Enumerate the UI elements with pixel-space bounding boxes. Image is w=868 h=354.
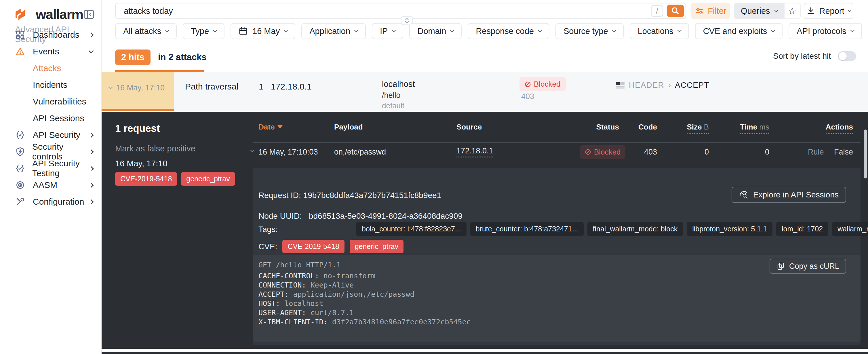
filter-chip-application[interactable]: Application <box>301 23 366 39</box>
filter-chip-api-protocols[interactable]: API protocols <box>788 23 862 39</box>
cell-date: 16 May, 17:10:03 <box>258 148 334 157</box>
code-braces-icon <box>15 163 25 173</box>
queries-group: Queries ☆ <box>734 3 801 19</box>
search-input[interactable] <box>116 6 651 16</box>
chip-label: Response code <box>476 27 534 36</box>
filter-chips-row: All attacks Type 16 May Application IP D… <box>115 23 868 39</box>
toggle-knob <box>839 52 847 60</box>
cell-payload: on,/etc/passwd <box>334 148 457 157</box>
main-content: / Filter Queries ☆ <box>102 0 868 354</box>
sidebar: wallarm Advanced API Security Dashboards <box>0 0 102 354</box>
http-header-line: HOST: localhost <box>258 299 471 308</box>
chip-label: Type <box>191 27 209 36</box>
filter-chip-all-attacks[interactable]: All attacks <box>115 23 177 39</box>
sidebar-item-dashboards[interactable]: Dashboards <box>0 27 101 43</box>
chip-label: Source type <box>563 27 608 36</box>
chip-label: API protocols <box>797 27 846 36</box>
dashboards-grid-icon <box>15 30 26 40</box>
rule-action-link[interactable]: Rule <box>808 148 824 156</box>
sidebar-item-api-security-testing[interactable]: API Security Testing <box>0 160 101 177</box>
chevron-down-icon <box>847 8 851 12</box>
attack-row[interactable]: 16 May, 17:10 Path traversal 1 172.18.0.… <box>102 72 868 111</box>
chevron-down-icon <box>774 8 778 12</box>
chip-label: Domain <box>417 27 446 36</box>
filter-chip-locations[interactable]: Locations <box>630 23 689 39</box>
search-icon <box>671 6 680 16</box>
chip-label: Locations <box>638 27 674 36</box>
request-group-date: 16 May, 17:10 <box>115 159 167 168</box>
column-date[interactable]: Date <box>258 123 334 131</box>
sort-toggle[interactable] <box>838 51 856 61</box>
sidebar-item-attacks[interactable]: Attacks <box>0 60 101 76</box>
column-actions[interactable]: Actions <box>769 123 853 131</box>
chevron-right-icon <box>88 183 94 188</box>
filter-chip-ip[interactable]: IP <box>372 23 403 39</box>
column-time[interactable]: Time ms <box>709 123 769 131</box>
http-header-line: CACHE-CONTROL: no-transform <box>258 271 471 281</box>
system-tags-row: bola_counter: i:478:f82823e7... brute_co… <box>356 222 868 236</box>
cell-time: 0 <box>709 148 769 157</box>
results-header: 2 hits in 2 attacks <box>115 50 207 65</box>
blocked-icon <box>525 81 531 88</box>
request-id-label: Request ID: <box>258 191 301 200</box>
system-tag: libproton_version: 5.1.1 <box>687 222 772 236</box>
sidebar-item-api-sessions[interactable]: API Sessions <box>0 110 101 127</box>
sidebar-item-incidents[interactable]: Incidents <box>0 76 101 93</box>
queries-dropdown-label: Queries <box>741 6 770 16</box>
cell-size: 0 <box>657 148 709 157</box>
chevron-down-icon <box>88 48 94 53</box>
sidebar-item-events[interactable]: Events <box>0 43 101 60</box>
queries-dropdown[interactable]: Queries <box>734 3 784 19</box>
sidebar-collapse-icon[interactable] <box>83 9 95 20</box>
sidebar-item-vulnerabilities[interactable]: Vulnerabilities <box>0 93 101 110</box>
search-button[interactable] <box>667 5 684 17</box>
filter-chip-date[interactable]: 16 May <box>230 23 295 39</box>
filter-icon <box>695 6 704 15</box>
hits-count-badge: 2 hits <box>115 50 151 65</box>
explore-api-sessions-button[interactable]: Explore in API Sessions <box>732 187 846 203</box>
attack-date-cell[interactable]: 16 May, 17:10 <box>102 72 174 111</box>
attack-tag-badge: generic_ptrav <box>350 240 403 253</box>
status-badge: Blocked <box>580 146 625 159</box>
copy-as-curl-button[interactable]: Copy as cURL <box>770 259 846 274</box>
attack-tag-badges: CVE-2019-5418 generic_ptrav <box>115 172 235 186</box>
system-tag: final_wallarm_mode: block <box>587 222 683 236</box>
attack-tag-badge: generic_ptrav <box>181 172 235 186</box>
report-button[interactable]: Report <box>804 3 853 19</box>
filter-chip-cve-exploits[interactable]: CVE and exploits <box>695 23 782 39</box>
logo-row: wallarm <box>0 0 101 22</box>
status-badge: Blocked <box>520 77 566 91</box>
filter-chip-type[interactable]: Type <box>183 23 224 39</box>
source-ip-link[interactable]: 172.18.0.1 <box>457 147 493 157</box>
active-row-indicator <box>102 109 174 111</box>
chevron-right-icon <box>88 32 94 37</box>
http-header-line: ACCEPT: application/json,/etc/passwd <box>258 290 471 299</box>
sidebar-item-configuration[interactable]: Configuration <box>0 193 101 210</box>
cell-actions: Rule False <box>769 148 853 157</box>
mark-false-positive-link[interactable]: Mark as false positive <box>115 144 195 153</box>
filter-button[interactable]: Filter <box>691 3 730 19</box>
sidebar-item-label: API Security Testing <box>32 159 90 178</box>
requests-count-title: 1 request <box>115 123 160 134</box>
match-location-group: HEADER <box>629 81 664 90</box>
report-button-label: Report <box>819 6 844 16</box>
filter-chip-domain[interactable]: Domain <box>409 23 462 39</box>
sidebar-item-aasm[interactable]: AASM <box>0 177 101 193</box>
row-expand-chevron-icon[interactable] <box>250 148 254 152</box>
blocked-icon <box>585 149 591 155</box>
tags-label: Tags: <box>258 225 278 234</box>
sidebar-item-label: Events <box>33 46 59 56</box>
request-table-row[interactable]: 16 May, 17:10:03 on,/etc/passwd 172.18.0… <box>253 140 861 163</box>
sidebar-item-label: Incidents <box>33 80 67 90</box>
false-action-link[interactable]: False <box>834 148 853 156</box>
sort-desc-icon <box>277 125 283 129</box>
filter-chip-source-type[interactable]: Source type <box>555 23 624 39</box>
chip-label: CVE and exploits <box>703 27 767 36</box>
sidebar-item-security-controls[interactable]: Security controls <box>0 143 101 160</box>
sidebar-item-api-security[interactable]: API Security <box>0 127 101 143</box>
favorite-star-button[interactable]: ☆ <box>784 3 801 19</box>
column-size[interactable]: Size B <box>657 123 709 131</box>
filter-chip-response-code[interactable]: Response code <box>468 23 549 39</box>
scrollbar-thumb[interactable] <box>864 130 867 179</box>
node-uuid-row: Node UUID: bd68513a-5e03-4991-8024-a3640… <box>258 212 463 221</box>
